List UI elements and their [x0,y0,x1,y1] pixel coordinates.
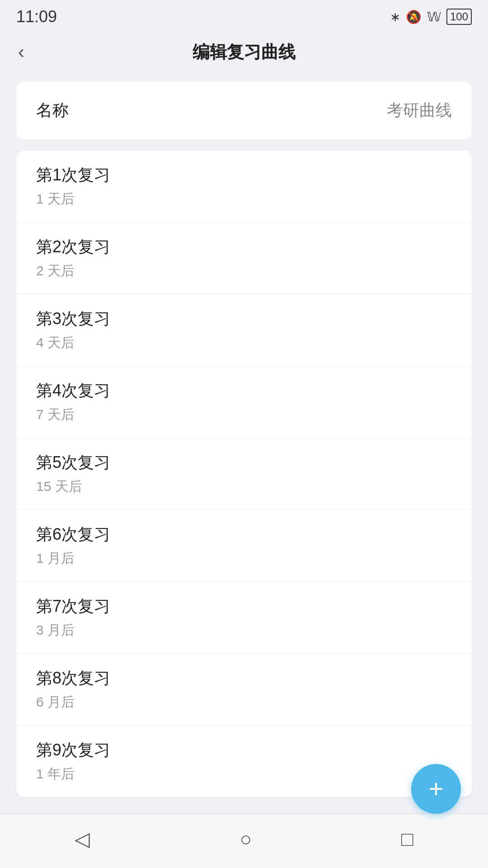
review-title: 第4次复习 [36,380,452,402]
review-subtitle: 1 年后 [36,765,452,783]
nav-recent-icon: □ [401,828,413,850]
review-subtitle: 4 天后 [36,334,452,352]
back-button[interactable]: ‹ [18,42,24,61]
header: ‹ 编辑复习曲线 [0,32,488,72]
review-item[interactable]: 第6次复习1 月后 [16,510,472,582]
review-title: 第7次复习 [36,595,452,618]
page-title: 编辑复习曲线 [192,41,296,64]
review-item[interactable]: 第4次复习7 天后 [16,366,472,438]
review-title: 第3次复习 [36,308,452,330]
battery-icon: 100 [446,9,472,25]
nav-home-button[interactable]: ○ [212,821,279,858]
fab-container: + [411,764,461,814]
bottom-nav: ◁ ○ □ [0,814,488,868]
review-subtitle: 1 天后 [36,190,452,208]
review-subtitle: 3 月后 [36,621,452,640]
status-bar: 11:09 ∗ 🔕 𝕎 100 [0,0,488,32]
review-subtitle: 15 天后 [36,477,452,496]
review-subtitle: 6 月后 [36,693,452,712]
review-subtitle: 7 天后 [36,406,452,424]
review-title: 第8次复习 [36,667,452,689]
nav-home-icon: ○ [239,828,252,850]
notification-icon: 🔕 [406,9,422,24]
name-label: 名称 [36,99,69,122]
name-card[interactable]: 名称 考研曲线 [16,81,472,140]
add-icon: + [429,776,444,802]
status-icons: ∗ 🔕 𝕎 100 [390,9,472,25]
bluetooth-icon: ∗ [390,9,400,24]
review-subtitle: 2 天后 [36,262,452,280]
review-title: 第9次复习 [36,739,452,761]
review-item[interactable]: 第2次复习2 天后 [16,222,472,294]
review-title: 第1次复习 [36,164,452,186]
name-value: 考研曲线 [387,99,452,122]
review-title: 第5次复习 [36,452,452,474]
review-title: 第2次复习 [36,236,452,258]
review-item[interactable]: 第9次复习1 年后 [16,726,472,797]
review-item[interactable]: 第1次复习1 天后 [16,151,472,222]
review-item[interactable]: 第8次复习6 月后 [16,654,472,726]
review-item[interactable]: 第3次复习4 天后 [16,294,472,366]
review-title: 第6次复习 [36,524,452,546]
review-item[interactable]: 第5次复习15 天后 [16,438,472,510]
add-button[interactable]: + [411,764,461,814]
nav-back-button[interactable]: ◁ [47,820,117,858]
review-list: 第1次复习1 天后第2次复习2 天后第3次复习4 天后第4次复习7 天后第5次复… [16,151,472,797]
wifi-icon: 𝕎 [427,9,441,24]
status-time: 11:09 [16,7,57,26]
content: 名称 考研曲线 第1次复习1 天后第2次复习2 天后第3次复习4 天后第4次复习… [0,72,488,814]
review-subtitle: 1 月后 [36,549,452,568]
review-item[interactable]: 第7次复习3 月后 [16,582,472,654]
nav-back-icon: ◁ [75,827,90,850]
nav-recent-button[interactable]: □ [374,821,441,858]
